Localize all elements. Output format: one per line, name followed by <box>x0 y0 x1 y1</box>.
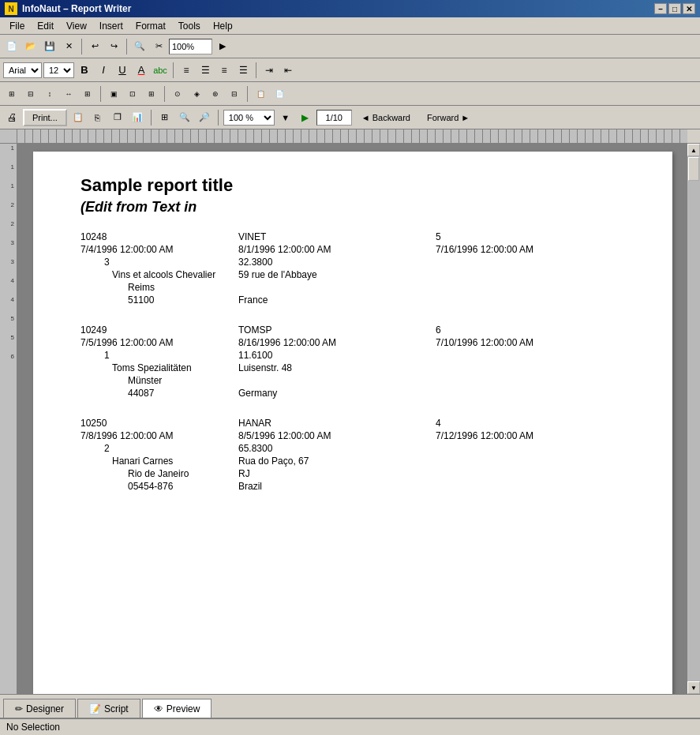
record-2-date2: 8/16/1996 12:00:00 AM <box>238 337 436 348</box>
forward-button[interactable]: Forward ► <box>420 109 477 126</box>
record-1-company: Vins et alcools Chevalier <box>80 269 238 280</box>
redo-button[interactable]: ↪ <box>105 38 122 55</box>
report-btn6[interactable]: ▣ <box>105 85 122 103</box>
record-3-row-3: 2 65.8300 <box>80 443 625 454</box>
close-button[interactable]: ✕ <box>683 3 695 14</box>
align-right-button[interactable]: ≡ <box>215 62 233 79</box>
outdent-button[interactable]: ⇤ <box>279 62 297 79</box>
font-combo[interactable]: Arial <box>3 62 42 78</box>
scroll-up-button[interactable]: ▲ <box>687 144 700 156</box>
report-btn2[interactable]: ⊟ <box>22 85 39 103</box>
record-3-row-5: Rio de Janeiro RJ <box>80 468 625 479</box>
report-record-3: 10250 HANAR 4 7/8/1996 12:00:00 AM 8/5/1… <box>80 418 625 492</box>
spell-check-button[interactable]: abc <box>152 62 169 79</box>
record-3-date2: 8/5/1996 12:00:00 AM <box>238 430 436 441</box>
vertical-scrollbar[interactable]: ▲ ▼ <box>687 144 700 694</box>
refresh-button[interactable]: ▶ <box>297 109 314 126</box>
indent-button[interactable]: ⇥ <box>260 62 278 79</box>
menu-help[interactable]: Help <box>207 19 239 33</box>
export-button[interactable]: ⎘ <box>89 109 107 126</box>
scroll-thumb[interactable] <box>688 157 699 181</box>
record-2-row-5: Münster <box>80 375 625 386</box>
backward-button[interactable]: ◄ Backward <box>354 109 417 126</box>
report-btn5[interactable]: ⊞ <box>79 85 96 103</box>
save-button[interactable]: 💾 <box>41 38 58 55</box>
menu-file[interactable]: File <box>3 19 31 33</box>
menu-edit[interactable]: Edit <box>31 19 60 33</box>
tab-script[interactable]: 📝 Script <box>77 699 140 718</box>
zoom-dropdown-button[interactable]: ▼ <box>277 109 294 126</box>
record-1-city: Reims <box>80 282 238 293</box>
record-1-num: 5 <box>436 231 593 242</box>
report-subtitle: (Edit from Text in <box>80 199 625 216</box>
script-icon: 📝 <box>89 703 101 714</box>
cut-button[interactable]: ✂ <box>150 38 167 55</box>
maximize-button[interactable]: □ <box>668 3 681 14</box>
align-left-button[interactable]: ≡ <box>178 62 195 79</box>
sep9 <box>218 110 219 126</box>
font-color-button[interactable]: A <box>133 62 150 79</box>
page-input[interactable] <box>316 110 352 126</box>
menu-tools[interactable]: Tools <box>172 19 207 33</box>
align-center-button[interactable]: ☰ <box>197 62 214 79</box>
report-btn8[interactable]: ⊞ <box>143 85 160 103</box>
report-btn11[interactable]: ⊛ <box>207 85 224 103</box>
zoom-in-button[interactable]: ▶ <box>214 38 231 55</box>
tab-designer[interactable]: ✏ Designer <box>3 699 76 718</box>
designer-icon: ✏ <box>15 703 23 714</box>
underline-button[interactable]: U <box>114 62 131 79</box>
ruler-mark-12: 6 <box>0 352 17 371</box>
record-3-address: Rua do Paço, 67 <box>238 456 436 467</box>
zoom-input[interactable] <box>169 39 212 54</box>
record-1-postal: 51100 <box>80 294 238 306</box>
italic-button[interactable]: I <box>95 62 112 79</box>
report-btn13[interactable]: 📋 <box>252 85 269 103</box>
designer-label: Designer <box>26 703 64 714</box>
menu-insert[interactable]: Insert <box>93 19 129 33</box>
report-btn10[interactable]: ◈ <box>188 85 205 103</box>
bottom-tabs: ✏ Designer 📝 Script 👁 Preview <box>0 694 700 718</box>
copy-button[interactable]: 📋 <box>69 109 87 126</box>
find-button[interactable]: 🔍 <box>176 109 193 126</box>
menu-view[interactable]: View <box>60 19 93 33</box>
print-button[interactable]: Print... <box>23 109 67 126</box>
scroll-track[interactable] <box>687 156 700 681</box>
size-combo[interactable]: 12 <box>43 62 74 78</box>
bold-button[interactable]: B <box>76 62 93 79</box>
record-2-postal: 44087 <box>80 388 238 399</box>
menu-format[interactable]: Format <box>129 19 172 33</box>
scroll-down-button[interactable]: ▼ <box>687 681 700 694</box>
record-1-price: 32.3800 <box>238 257 436 268</box>
report-btn4[interactable]: ↔ <box>60 85 77 103</box>
undo-button[interactable]: ↩ <box>86 38 103 55</box>
zoom-combo[interactable]: 100 % 75 % 50 % 150 % <box>223 110 275 126</box>
multi-copy-button[interactable]: ❐ <box>109 109 126 126</box>
report-btn1[interactable]: ⊞ <box>3 85 21 103</box>
record-1-row-5: Reims <box>80 282 625 293</box>
record-1-id: 10248 <box>80 231 238 242</box>
close-button[interactable]: ✕ <box>60 38 77 55</box>
find-next-button[interactable]: 🔎 <box>196 109 213 126</box>
grid-button[interactable]: ⊞ <box>156 109 174 126</box>
print-preview-button[interactable]: 🔍 <box>131 38 148 55</box>
record-2-customer: TOMSP <box>238 324 436 336</box>
report-btn7[interactable]: ⊡ <box>124 85 141 103</box>
open-button[interactable]: 📂 <box>22 38 39 55</box>
record-1-country: France <box>238 294 436 306</box>
report-btn14[interactable]: 📄 <box>271 85 288 103</box>
record-3-num: 4 <box>436 418 593 429</box>
minimize-button[interactable]: – <box>654 3 667 14</box>
new-button[interactable]: 📄 <box>3 38 21 55</box>
record-2-row-1: 10249 TOMSP 6 <box>80 324 625 336</box>
ruler-mark-9: 4 <box>0 295 17 314</box>
report-btn9[interactable]: ⊙ <box>169 85 186 103</box>
report-btn12[interactable]: ⊟ <box>226 85 243 103</box>
tab-preview[interactable]: 👁 Preview <box>142 699 212 718</box>
report-btn3[interactable]: ↕ <box>41 85 58 103</box>
data-button[interactable]: 📊 <box>129 109 146 126</box>
record-3-row-6: 05454-876 Brazil <box>80 481 625 492</box>
align-justify-button[interactable]: ☰ <box>234 62 252 79</box>
record-3-row-4: Hanari Carnes Rua do Paço, 67 <box>80 456 625 467</box>
title-text: InfoNaut – Report Writer <box>22 3 654 14</box>
ruler-mark-5: 2 <box>0 219 17 238</box>
